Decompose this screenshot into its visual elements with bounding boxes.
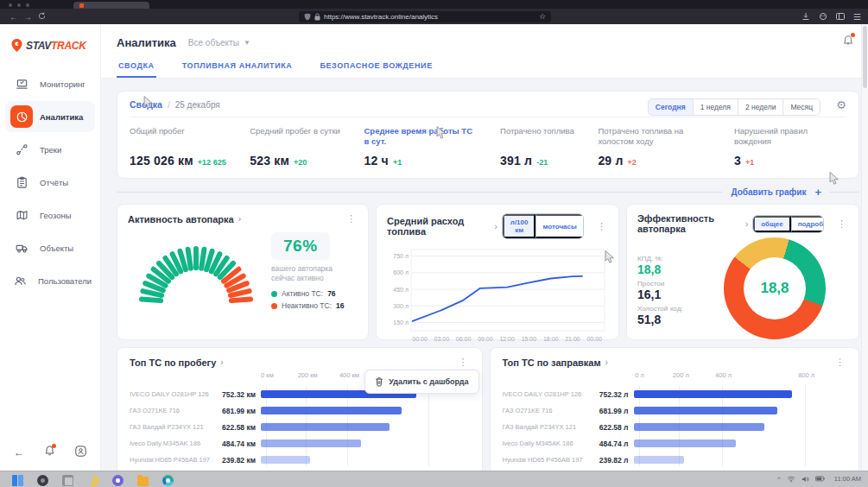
browser-tab[interactable]: [73, 2, 149, 9]
tray-expand-icon[interactable]: ^: [777, 475, 781, 483]
summary-metrics: Общий пробег125 026 км+12 625Средний про…: [130, 117, 846, 168]
taskbar-app-7-icon[interactable]: [162, 475, 174, 486]
bar: [634, 456, 684, 464]
add-chart-plus-icon[interactable]: +: [814, 188, 821, 197]
activity-kebab-icon[interactable]: ⋮: [345, 213, 358, 225]
sidebar-item-users[interactable]: Пользователи: [5, 265, 95, 296]
url-bar[interactable]: https://www.stavtrack.online/analytics ☆: [299, 11, 551, 22]
efficiency-card-title[interactable]: Эффективность автопарка: [637, 213, 741, 234]
tab-1[interactable]: ТОПЛИВНАЯ АНАЛИТИКА: [181, 54, 295, 78]
range-button-2[interactable]: 2 недели: [738, 98, 783, 116]
taskbar-folder-icon[interactable]: [137, 475, 149, 486]
sidebar-item-analytics[interactable]: Аналитика: [5, 101, 95, 132]
vehicle-label: Hyundai HD65 P456AB 197: [503, 456, 591, 464]
svg-text:300 л: 300 л: [393, 303, 409, 309]
metric-5: Нарушений правил вождения3+1: [734, 126, 846, 168]
vehicle-label: IVECO DAILY O281HP 126: [130, 390, 218, 398]
taskbar-app-5-icon[interactable]: [112, 475, 124, 486]
reload-icon[interactable]: [35, 12, 48, 22]
logo-pin-icon: [10, 38, 23, 53]
tab-2[interactable]: БЕЗОПАСНОЕ ВОЖДЕНИЕ: [318, 54, 434, 78]
fuel-toggle-1[interactable]: моточасы: [535, 214, 584, 238]
metric-label: Потрачено топлива на холостом ходу: [598, 126, 710, 147]
tab-bar: СВОДКАТОПЛИВНАЯ АНАЛИТИКАБЕЗОПАСНОЕ ВОЖД…: [101, 54, 868, 79]
svg-text:21:00: 21:00: [565, 336, 580, 342]
taskbar-app-3-icon[interactable]: [62, 475, 73, 486]
chevron-right-icon: ›: [494, 222, 497, 231]
efficiency-stat-value: 18,8: [637, 262, 712, 276]
taskbar-app-2-icon[interactable]: [37, 475, 48, 486]
browser-scrollbar[interactable]: [861, 24, 868, 471]
bar: [634, 407, 777, 414]
activity-card-title[interactable]: Активность автопарка: [128, 214, 234, 225]
objects-filter-dropdown[interactable]: Все объекты▼: [188, 38, 250, 47]
monitor-icon: [10, 73, 33, 95]
logo[interactable]: STAVTRACK: [0, 24, 100, 68]
bar: [261, 456, 310, 464]
svg-text:12:00: 12:00: [499, 336, 515, 342]
efficiency-kebab-icon[interactable]: ⋮: [835, 218, 848, 230]
bookmark-star-icon[interactable]: ☆: [539, 12, 546, 21]
sidebar-item-geozones[interactable]: Геозоны: [5, 199, 95, 231]
volume-icon[interactable]: [801, 476, 809, 483]
settings-gear-icon[interactable]: ⚙: [836, 98, 846, 111]
taskbar-app-1-icon[interactable]: [12, 475, 23, 486]
bar-value: 484.74 км: [218, 440, 261, 448]
tab-0[interactable]: СВОДКА: [117, 54, 156, 78]
delete-from-dashboard-menu-item[interactable]: Удалить с дашборда: [364, 370, 478, 394]
notifications-bell-icon[interactable]: [44, 445, 55, 460]
back-icon[interactable]: ←: [7, 12, 21, 22]
range-button-3[interactable]: Месяц: [782, 98, 820, 116]
add-chart-row: Добавить график +: [117, 187, 859, 197]
header-bell-icon[interactable]: [842, 35, 854, 50]
menu-icon[interactable]: ☰: [853, 12, 861, 22]
sidebar-item-reports[interactable]: Отчёты: [5, 167, 95, 198]
fuel-toggle-0[interactable]: л/100 км: [503, 214, 536, 238]
download-icon[interactable]: [801, 12, 810, 21]
battery-icon[interactable]: [815, 476, 825, 482]
metric-delta: -21: [536, 158, 548, 167]
top-fuel-kebab-icon[interactable]: ⋮: [833, 357, 846, 368]
forward-icon[interactable]: →: [21, 12, 35, 22]
efficiency-stat-label: Простои: [637, 280, 712, 288]
profile-icon[interactable]: [75, 445, 86, 460]
metric-delta: +2: [628, 158, 637, 167]
metric-label[interactable]: Среднее время работы ТС в сут.: [364, 126, 476, 147]
range-button-1[interactable]: 1 неделя: [693, 98, 738, 116]
top-fuel-title[interactable]: Топ ТС по заправкам: [503, 357, 601, 368]
bar: [261, 407, 402, 414]
sidebar-item-objects[interactable]: Объекты: [5, 232, 95, 263]
wifi-icon[interactable]: [787, 476, 795, 483]
range-button-0[interactable]: Сегодня: [648, 98, 694, 116]
top-mileage-kebab-icon[interactable]: ⋮: [457, 357, 470, 368]
bar-value: 622.58 л: [591, 423, 634, 432]
sidebar-item-monitoring[interactable]: Мониторинг: [5, 68, 95, 99]
efficiency-toggle-1[interactable]: подробно: [791, 216, 824, 232]
bar: [634, 423, 765, 431]
fuel-card-title[interactable]: Средний расход топлива: [387, 216, 490, 237]
sidebar-panel-icon[interactable]: [836, 12, 845, 21]
fuel-bar-chart: 0 л200 л400 л800 лIVECO DAILY O281HP 126…: [503, 371, 847, 468]
vehicle-label: IVECO DAILY O281HP 126: [503, 390, 591, 398]
cursor-icon: [829, 172, 839, 186]
bar: [634, 390, 793, 398]
efficiency-toggle-0[interactable]: общее: [753, 216, 790, 232]
collapse-sidebar-icon[interactable]: ←: [14, 446, 24, 459]
active-caption: вашего автопарка сейчас активно: [271, 264, 358, 283]
activity-legend: Активно ТС:76Неактивно ТС:16: [271, 289, 358, 310]
extension-icon[interactable]: [819, 12, 827, 21]
bar: [261, 423, 390, 431]
window-controls[interactable]: [9, 3, 29, 7]
sidebar: STAVTRACK МониторингАналитикаТрекиОтчёты…: [0, 24, 101, 471]
taskbar-app-4-icon[interactable]: [87, 475, 98, 486]
chevron-down-icon: ▼: [244, 39, 250, 47]
add-chart-link[interactable]: Добавить график: [731, 187, 806, 197]
vehicle-label: ГАЗ O271KE 716: [130, 407, 218, 414]
top-mileage-title[interactable]: Топ ТС по пробегу: [130, 357, 216, 368]
lock-icon: [314, 13, 320, 21]
svg-text:00:00: 00:00: [412, 336, 428, 342]
range-switcher: Сегодня1 неделя2 неделиМесяц: [648, 98, 820, 116]
sidebar-item-tracks[interactable]: Треки: [5, 134, 95, 165]
fuel-kebab-icon[interactable]: ⋮: [595, 221, 608, 232]
browser-toolbar: ← → https://www.stavtrack.online/analyti…: [0, 9, 868, 24]
